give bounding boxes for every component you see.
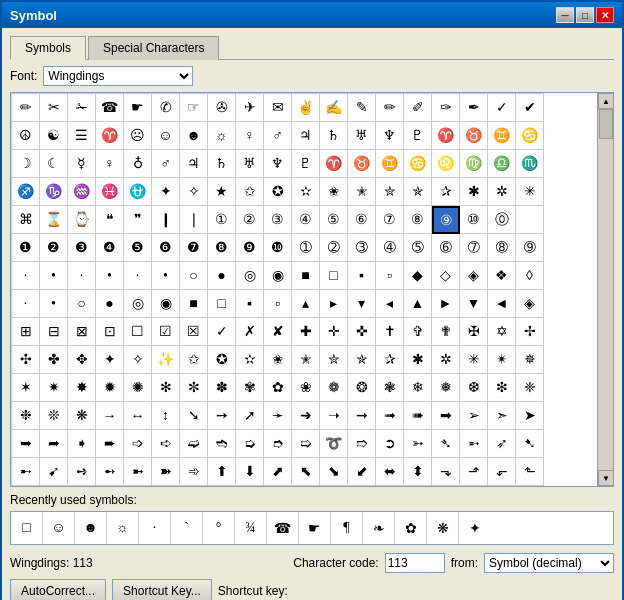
symbol-cell[interactable]: ✐: [404, 94, 432, 122]
symbol-cell[interactable]: ♂: [152, 150, 180, 178]
symbol-cell[interactable]: ➴: [432, 430, 460, 458]
symbol-cell[interactable]: ➡: [432, 402, 460, 430]
symbol-cell[interactable]: ⬈: [264, 458, 292, 486]
symbol-cell[interactable]: ⑧: [404, 206, 432, 234]
maximize-button[interactable]: □: [576, 7, 594, 23]
symbol-cell[interactable]: ❙: [152, 206, 180, 234]
recent-symbol-cell[interactable]: °: [203, 512, 235, 544]
symbol-cell[interactable]: ☎: [96, 94, 124, 122]
symbol-cell[interactable]: ♉: [348, 150, 376, 178]
symbol-cell[interactable]: ♄: [320, 122, 348, 150]
symbol-cell[interactable]: ♃: [292, 122, 320, 150]
symbol-cell[interactable]: ✝: [376, 318, 404, 346]
symbol-cell[interactable]: ❷: [40, 234, 68, 262]
symbol-cell[interactable]: ➽: [152, 458, 180, 486]
symbol-cell[interactable]: ◉: [152, 290, 180, 318]
symbol-cell[interactable]: ❻: [152, 234, 180, 262]
symbol-cell[interactable]: ➰: [320, 430, 348, 458]
symbol-cell[interactable]: ⑩: [460, 206, 488, 234]
symbol-cell[interactable]: ☹: [124, 122, 152, 150]
symbol-cell[interactable]: ➂: [348, 234, 376, 262]
symbol-cell[interactable]: ⬆: [208, 458, 236, 486]
symbol-cell[interactable]: ➳: [404, 430, 432, 458]
symbol-cell[interactable]: ⑦: [376, 206, 404, 234]
symbol-cell[interactable]: ♑: [40, 178, 68, 206]
symbol-cell[interactable]: ○: [180, 262, 208, 290]
symbol-cell[interactable]: ☼: [208, 122, 236, 150]
symbol-cell[interactable]: ❞: [124, 206, 152, 234]
symbol-cell[interactable]: ✱: [460, 178, 488, 206]
symbol-cell[interactable]: ✬: [320, 178, 348, 206]
symbol-cell[interactable]: ✾: [236, 374, 264, 402]
symbol-cell[interactable]: ❾: [236, 234, 264, 262]
symbol-cell[interactable]: ❋: [68, 402, 96, 430]
symbol-cell[interactable]: ✁: [68, 94, 96, 122]
symbol-cell[interactable]: ✌: [292, 94, 320, 122]
symbol-cell[interactable]: ♐: [12, 178, 40, 206]
symbol-cell[interactable]: ⛎: [124, 178, 152, 206]
symbol-cell[interactable]: ✉: [264, 94, 292, 122]
symbol-cell[interactable]: ➀: [292, 234, 320, 262]
symbol-cell[interactable]: ④: [292, 206, 320, 234]
symbol-cell[interactable]: ☽: [12, 150, 40, 178]
symbol-cell[interactable]: ✒: [460, 94, 488, 122]
symbol-cell[interactable]: ⑤: [320, 206, 348, 234]
symbol-cell[interactable]: •: [152, 262, 180, 290]
symbol-cell[interactable]: ▴: [292, 290, 320, 318]
symbol-cell[interactable]: ➬: [208, 430, 236, 458]
symbol-cell[interactable]: ✬: [264, 346, 292, 374]
symbol-cell[interactable]: ✂: [40, 94, 68, 122]
symbol-cell[interactable]: ✡: [488, 318, 516, 346]
symbol-cell[interactable]: ❊: [40, 402, 68, 430]
symbol-cell[interactable]: ☛: [124, 94, 152, 122]
symbol-cell[interactable]: ★: [208, 178, 236, 206]
symbol-cell[interactable]: ▪: [348, 262, 376, 290]
symbol-cell[interactable]: ♉: [460, 122, 488, 150]
recent-symbol-cell[interactable]: ✦: [459, 512, 491, 544]
symbol-cell[interactable]: ⌘: [12, 206, 40, 234]
symbol-cell[interactable]: ➷: [516, 430, 544, 458]
symbol-cell[interactable]: ☞: [180, 94, 208, 122]
symbol-cell[interactable]: •: [96, 262, 124, 290]
symbol-cell[interactable]: ➮: [264, 430, 292, 458]
symbol-cell[interactable]: ❶: [12, 234, 40, 262]
symbol-cell[interactable]: ➄: [404, 234, 432, 262]
recent-symbol-cell[interactable]: ☻: [75, 512, 107, 544]
symbol-cell[interactable]: ➧: [68, 430, 96, 458]
symbol-cell[interactable]: ➪: [152, 430, 180, 458]
recent-symbol-cell[interactable]: ☛: [299, 512, 331, 544]
symbol-cell[interactable]: ✗: [236, 318, 264, 346]
symbol-cell[interactable]: ♊: [488, 122, 516, 150]
symbol-cell[interactable]: ⬍: [404, 458, 432, 486]
tab-special-characters[interactable]: Special Characters: [88, 36, 219, 60]
symbol-cell[interactable]: ▫: [376, 262, 404, 290]
symbol-cell[interactable]: ▪: [236, 290, 264, 318]
symbol-cell[interactable]: ✢: [516, 318, 544, 346]
symbol-cell[interactable]: ✓: [488, 94, 516, 122]
symbol-cell[interactable]: ➚: [236, 402, 264, 430]
symbol-cell[interactable]: ◂: [376, 290, 404, 318]
symbol-cell[interactable]: ◄: [488, 290, 516, 318]
symbol-cell[interactable]: ❸: [68, 234, 96, 262]
symbol-cell[interactable]: ✫: [292, 178, 320, 206]
symbol-cell[interactable]: ☺: [152, 122, 180, 150]
symbol-cell[interactable]: ✥: [68, 346, 96, 374]
symbol-cell[interactable]: ➤: [516, 402, 544, 430]
symbol-cell[interactable]: ·: [12, 290, 40, 318]
symbol-cell[interactable]: ❄: [404, 374, 432, 402]
symbol-cell[interactable]: ✧: [180, 178, 208, 206]
symbol-cell[interactable]: ➹: [40, 458, 68, 486]
from-select[interactable]: Symbol (decimal) Unicode (decimal) Unico…: [484, 553, 614, 573]
symbol-cell[interactable]: ✺: [124, 374, 152, 402]
symbol-cell[interactable]: ♇: [404, 122, 432, 150]
symbol-cell[interactable]: ⌛: [40, 206, 68, 234]
symbol-cell[interactable]: ➻: [96, 458, 124, 486]
symbol-cell[interactable]: ·: [68, 262, 96, 290]
close-button[interactable]: ✕: [596, 7, 614, 23]
symbol-cell[interactable]: ⬉: [292, 458, 320, 486]
symbol-cell[interactable]: ♅: [348, 122, 376, 150]
symbol-cell[interactable]: ✦: [152, 178, 180, 206]
symbol-cell[interactable]: ❉: [12, 402, 40, 430]
scroll-up-button[interactable]: ▲: [598, 93, 614, 109]
symbol-cell[interactable]: ♏: [516, 150, 544, 178]
